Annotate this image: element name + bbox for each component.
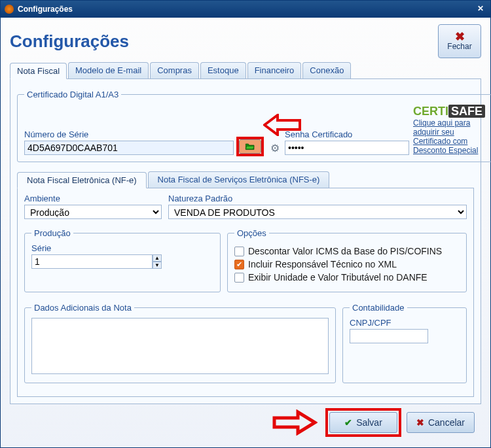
opcoes-group: Opções Descontar Valor ICMS da Base do P…: [227, 228, 467, 292]
serie-up[interactable]: ▲: [153, 254, 162, 262]
select-certificate-button[interactable]: [239, 139, 261, 154]
dados-adicionais-group: Dados Adicionais da Nota: [24, 303, 336, 383]
tab-modelo-email[interactable]: Modelo de E-mail: [68, 62, 149, 78]
check-icon: ✔: [344, 417, 352, 428]
titlebar-close-button[interactable]: ✕: [475, 4, 486, 14]
cert-serial-input[interactable]: [24, 141, 234, 155]
window-title: Configurações: [18, 5, 475, 14]
cert-password-label: Senha Certificado: [285, 129, 409, 139]
opt-exibir-danfe-label: Exibir Unidade e Valor Tributável no DAN…: [248, 272, 427, 283]
opt-exibir-danfe[interactable]: [234, 273, 244, 283]
cancel-button-label: Cancelar: [428, 417, 465, 428]
config-window: Configurações ✕ Configurações ✖ Fechar N…: [0, 0, 491, 448]
cert-serial-label: Número de Série: [24, 129, 234, 139]
contabilidade-group: Contabilidade CNPJ/CPF: [342, 303, 467, 383]
tab-compras[interactable]: Compras: [150, 62, 199, 78]
cnpjcpf-label: CNPJ/CPF: [350, 318, 460, 328]
save-button[interactable]: ✔ Salvar: [329, 412, 397, 433]
natureza-select[interactable]: VENDA DE PRODUTOS: [168, 205, 467, 219]
app-icon: [5, 5, 14, 14]
tab-panel-nota-fiscal: Certificado Digital A1/A3 Número de Séri…: [10, 79, 481, 404]
opt-descontar-icms[interactable]: [234, 247, 244, 256]
certsafe-link[interactable]: Clique aqui para adquirir seu Certificad…: [413, 118, 485, 155]
opt-responsavel-tecnico-label: Incluir Responsável Técnico no XML: [248, 259, 397, 269]
close-button[interactable]: ✖ Fechar: [438, 24, 481, 58]
cert-settings-button[interactable]: ⚙: [266, 141, 281, 155]
close-icon: ✖: [455, 31, 465, 42]
ambiente-select[interactable]: Produção: [24, 205, 162, 219]
footer: ✔ Salvar ✖ Cancelar: [10, 404, 481, 442]
tab-estoque[interactable]: Estoque: [200, 62, 246, 78]
cnpjcpf-input[interactable]: [350, 329, 428, 343]
serie-input[interactable]: [31, 254, 153, 269]
certificado-legend: Certificado Digital A1/A3: [24, 90, 121, 99]
client-area: Configurações ✖ Fechar Nota Fiscal Model…: [1, 18, 490, 447]
annotation-arrow-save: [272, 409, 318, 436]
cert-password-input[interactable]: [285, 141, 409, 155]
opcoes-legend: Opções: [234, 228, 269, 238]
dados-adicionais-textarea[interactable]: [31, 318, 329, 374]
cancel-button[interactable]: ✖ Cancelar: [407, 412, 475, 433]
subpanel-nfe: Ambiente Produção Natureza Padrão VENDA …: [17, 188, 474, 397]
folder-icon: [245, 142, 255, 151]
titlebar: Configurações ✕: [1, 1, 490, 18]
cancel-icon: ✖: [416, 417, 424, 428]
producao-group: Produção Série ▲ ▼: [24, 228, 221, 292]
serie-spinner[interactable]: ▲ ▼: [31, 254, 143, 269]
subtab-nfe[interactable]: Nota Fiscal Eletrônica (NF-e): [17, 172, 147, 188]
producao-legend: Produção: [31, 228, 73, 238]
opt-descontar-icms-label: Descontar Valor ICMS da Base do PIS/COFI…: [248, 246, 442, 256]
subtabs: Nota Fiscal Eletrônica (NF-e) Nota Fisca…: [17, 171, 474, 188]
subtab-nfse[interactable]: Nota Fiscal de Serviços Eletrônica (NFS-…: [148, 171, 330, 188]
save-button-label: Salvar: [356, 417, 382, 428]
close-button-label: Fechar: [447, 42, 471, 51]
tab-financeiro[interactable]: Financeiro: [247, 62, 302, 78]
contabilidade-legend: Contabilidade: [350, 303, 407, 313]
tab-conexao[interactable]: Conexão: [302, 62, 351, 78]
page-title: Configurações: [10, 31, 129, 52]
serie-down[interactable]: ▼: [153, 262, 162, 269]
main-tabstrip: Nota Fiscal Modelo de E-mail Compras Est…: [10, 62, 481, 79]
ambiente-label: Ambiente: [24, 194, 162, 203]
serie-label: Série: [31, 243, 213, 253]
opt-responsavel-tecnico[interactable]: [234, 260, 244, 269]
certificado-group: Certificado Digital A1/A3 Número de Séri…: [17, 90, 491, 162]
tab-nota-fiscal[interactable]: Nota Fiscal: [10, 63, 67, 79]
dados-adicionais-legend: Dados Adicionais da Nota: [31, 303, 134, 313]
certsafe-logo: CERTISAFE: [413, 105, 485, 118]
natureza-label: Natureza Padrão: [168, 194, 467, 203]
